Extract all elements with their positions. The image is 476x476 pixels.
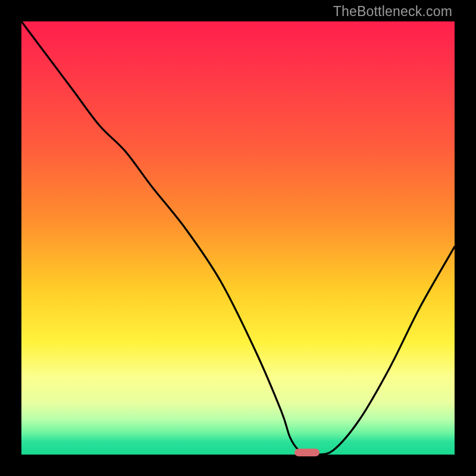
chart-frame: TheBottleneck.com xyxy=(0,0,476,476)
bottleneck-curve xyxy=(21,21,455,455)
curve-layer xyxy=(21,21,455,455)
minimum-marker xyxy=(295,449,320,456)
watermark-text: TheBottleneck.com xyxy=(333,4,452,20)
